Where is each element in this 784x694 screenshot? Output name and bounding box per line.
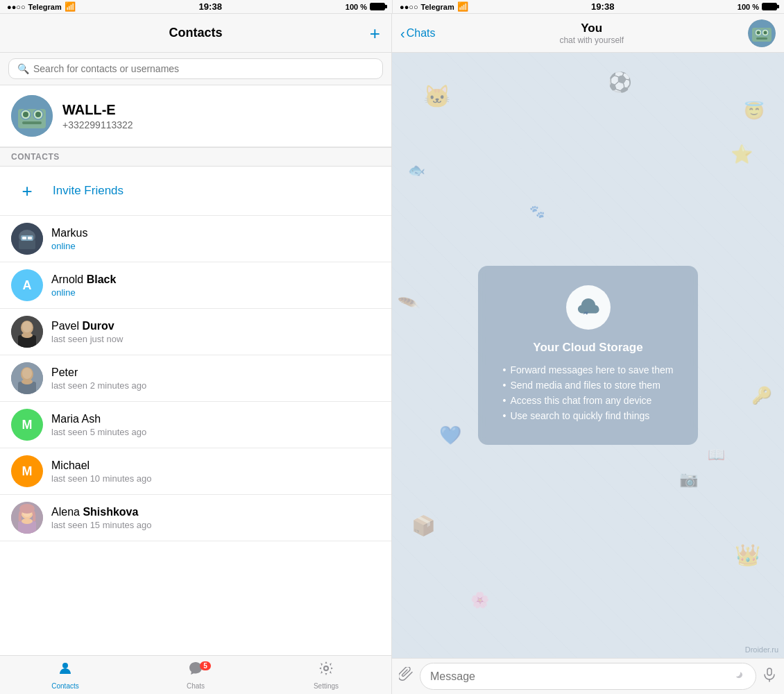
maria-name: Maria Ash	[51, 413, 380, 425]
search-icon: 🔍	[17, 63, 29, 74]
pavel-status: last seen just now	[51, 334, 380, 344]
tab-bar: Contacts 5 Chats Settings	[0, 655, 391, 694]
right-carrier: Telegram	[421, 3, 454, 11]
contact-pavel-durov[interactable]: Pavel Durov last seen just now	[0, 309, 391, 355]
right-wifi-icon: 📶	[457, 1, 468, 12]
left-time: 19:38	[76, 1, 346, 12]
michael-status: last seen 10 minutes ago	[51, 473, 380, 484]
chat-title-area: You chat with yourself	[441, 22, 742, 45]
chat-contact-avatar[interactable]	[748, 19, 776, 47]
search-input[interactable]	[33, 63, 374, 74]
maria-status: last seen 5 minutes ago	[51, 427, 380, 437]
contact-markus[interactable]: Markus online	[0, 216, 391, 262]
pavel-avatar	[11, 316, 43, 348]
left-wifi-icon: 📶	[65, 1, 76, 12]
svg-rect-9	[19, 239, 35, 249]
contact-arnold-black[interactable]: A Arnold Black online	[0, 262, 391, 309]
person-icon	[57, 660, 74, 677]
peter-avatar-img	[11, 362, 43, 394]
add-contact-button[interactable]: +	[370, 24, 380, 42]
michael-info: Michael last seen 10 minutes ago	[51, 459, 380, 484]
attach-button[interactable]	[399, 667, 414, 686]
message-input-container	[420, 663, 756, 690]
cloud-storage-icon-wrap	[566, 285, 611, 330]
svg-point-20	[22, 368, 32, 379]
my-profile-info: WALL-E +332299113322	[62, 102, 133, 130]
right-battery-text: 100 %	[738, 3, 759, 11]
cloud-bullet-2: •Send media and files to store them	[503, 380, 674, 391]
cloud-bullet-3: •Access this chat from any device	[503, 395, 674, 406]
svg-rect-12	[28, 237, 32, 239]
tab-settings[interactable]: Settings	[261, 660, 391, 690]
invite-plus-icon: +	[11, 175, 43, 207]
pavel-name: Pavel Durov	[51, 320, 380, 332]
search-container[interactable]: 🔍	[8, 58, 383, 79]
microphone-icon	[762, 667, 777, 682]
svg-point-29	[62, 663, 68, 668]
markus-avatar-img	[11, 223, 43, 255]
svg-point-15	[22, 321, 32, 332]
moon-icon	[732, 668, 746, 682]
emoji-button[interactable]	[732, 668, 746, 685]
invite-friends-label: Invite Friends	[53, 184, 123, 198]
peter-name: Peter	[51, 366, 380, 379]
markus-status: online	[51, 241, 380, 251]
message-input-bar	[392, 658, 784, 694]
svg-point-35	[757, 31, 760, 34]
contact-michael[interactable]: M Michael last seen 10 minutes ago	[0, 448, 391, 495]
contacts-tab-label: Contacts	[51, 682, 78, 690]
markus-avatar	[11, 223, 43, 255]
cloud-bullet-4: •Use search to quickly find things	[503, 410, 674, 421]
svg-point-36	[764, 31, 767, 34]
left-carrier: Telegram	[28, 3, 62, 11]
svg-point-30	[324, 666, 328, 670]
contacts-title: Contacts	[169, 26, 222, 40]
back-to-chats-button[interactable]: ‹ Chats	[400, 26, 435, 40]
maria-info: Maria Ash last seen 5 minutes ago	[51, 413, 380, 437]
arnold-info: Arnold Black online	[51, 273, 380, 298]
svg-point-22	[22, 379, 33, 384]
alena-name: Alena Shishkova	[51, 506, 380, 518]
tab-contacts[interactable]: Contacts	[0, 660, 130, 690]
chat-name: You	[581, 22, 602, 35]
my-profile[interactable]: WALL-E +332299113322	[0, 85, 391, 147]
contact-maria-ash[interactable]: M Maria Ash last seen 5 minutes ago	[0, 402, 391, 448]
right-signal-dots: ●●○○	[400, 3, 418, 11]
my-name: WALL-E	[62, 102, 133, 118]
contact-alena-shishkova[interactable]: Alena Shishkova last seen 15 minutes ago	[0, 495, 391, 541]
peter-avatar	[11, 362, 43, 394]
contact-peter[interactable]: Peter last seen 2 minutes ago	[0, 355, 391, 402]
invite-friends-row[interactable]: + Invite Friends	[0, 167, 391, 216]
chats-tab-label: Chats	[187, 682, 205, 690]
peter-info: Peter last seen 2 minutes ago	[51, 366, 380, 391]
search-bar: 🔍	[0, 53, 391, 85]
svg-point-5	[35, 112, 41, 117]
alena-status: last seen 15 minutes ago	[51, 520, 380, 530]
arnold-name: Arnold Black	[51, 273, 380, 286]
svg-point-28	[22, 518, 33, 524]
walle-avatar-svg	[11, 95, 53, 137]
message-input[interactable]	[430, 670, 732, 683]
tab-chats[interactable]: 5 Chats	[130, 660, 261, 690]
peter-status: last seen 2 minutes ago	[51, 380, 380, 391]
my-avatar	[11, 95, 53, 137]
markus-name: Markus	[51, 227, 380, 239]
self-avatar-img	[748, 19, 776, 47]
contacts-section-header: CONTACTS	[0, 147, 391, 167]
mic-button[interactable]	[762, 667, 777, 686]
cloud-bullet-1: •Forward messages here to save them	[503, 364, 674, 375]
cloud-message-icon	[576, 295, 601, 320]
back-arrow-icon: ‹	[400, 26, 405, 40]
contacts-list: Markus online A Arnold Black online	[0, 216, 391, 655]
svg-rect-6	[22, 121, 42, 124]
settings-tab-icon	[318, 660, 334, 681]
svg-point-17	[22, 332, 33, 338]
gear-icon	[318, 660, 334, 677]
left-signal-dots: ●●○○	[7, 3, 26, 11]
michael-avatar: M	[11, 455, 43, 487]
cloud-storage-card: Your Cloud Storage •Forward messages her…	[478, 266, 699, 445]
alena-avatar-img	[11, 502, 43, 534]
settings-tab-label: Settings	[314, 682, 339, 690]
left-status-bar: ●●○○ Telegram 📶 19:38 100 %	[0, 0, 392, 13]
contacts-tab-icon	[57, 660, 74, 681]
